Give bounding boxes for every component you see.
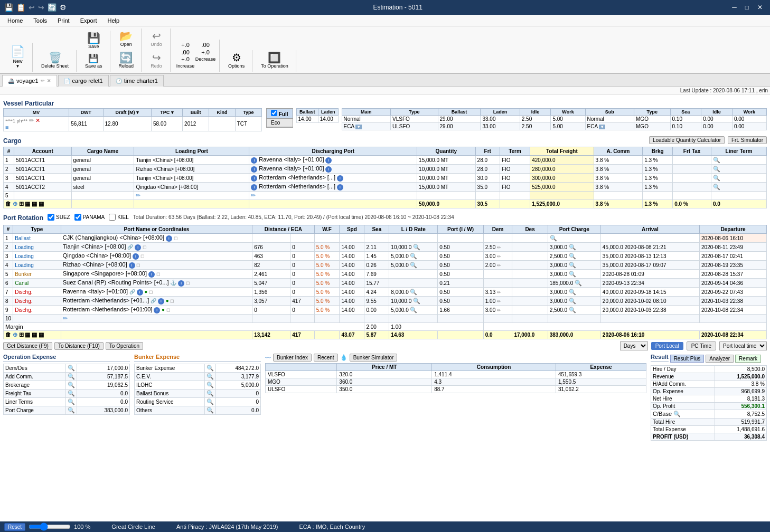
pr-copy-9[interactable]: ◻ xyxy=(166,307,170,312)
op-frttax-search[interactable]: 🔍 xyxy=(66,390,77,398)
pr-search-7[interactable]: 🔍 xyxy=(569,289,576,295)
pr-copy-5[interactable]: ◻ xyxy=(156,271,160,277)
cargo-delete-icon[interactable]: 🗑 xyxy=(5,201,11,207)
suez-checkbox[interactable] xyxy=(48,214,54,221)
pr-dem-edit-7[interactable]: ✏ xyxy=(497,290,501,295)
reset-btn[interactable]: Reset xyxy=(4,523,25,531)
cargo-info-1b[interactable]: i xyxy=(325,157,332,164)
analyzer-btn[interactable]: Analyzer xyxy=(706,355,734,363)
cargo-copy-icon[interactable]: ⊞ xyxy=(19,201,24,207)
bunker-ilohc-search[interactable]: 🔍 xyxy=(204,381,215,390)
delete-sheet-button[interactable]: 🗑️ Delete Sheet xyxy=(38,50,72,71)
bunker-sim-btn[interactable]: Bunker Simulator xyxy=(350,354,398,362)
tab-voyage1-close[interactable]: ✕ xyxy=(47,78,51,83)
pr-ldsearch-8[interactable]: 🔍 xyxy=(413,298,420,304)
cargo-info-2[interactable]: i xyxy=(251,166,257,173)
result-cbase-search[interactable]: 🔍 xyxy=(673,411,681,417)
tab-edit-icon[interactable]: ✏ xyxy=(41,78,45,83)
pc-time-btn[interactable]: PC Time xyxy=(687,341,716,350)
pr-search-3[interactable]: 🔍 xyxy=(569,253,576,259)
pr-link-7[interactable]: 🔗 xyxy=(129,289,135,294)
redo-button[interactable]: ↪ Redo xyxy=(147,50,166,71)
op-portcharge-search[interactable]: 🔍 xyxy=(66,406,77,415)
time-zone-select[interactable]: Port local time UTC xyxy=(719,341,767,350)
bunker-routing-search[interactable]: 🔍 xyxy=(204,398,215,406)
pr-add-icon[interactable]: ⊕ xyxy=(13,331,17,338)
pr-dem-edit-8[interactable]: ✏ xyxy=(497,299,501,304)
menu-home[interactable]: Home xyxy=(2,16,28,25)
pr-search-2[interactable]: 🔍 xyxy=(569,244,576,250)
pr-grid3-icon[interactable]: ▦ xyxy=(39,331,44,338)
pr-link-2[interactable]: 🔗 xyxy=(127,244,133,250)
kiel-checkbox[interactable] xyxy=(109,214,116,221)
vessel-edit-icon[interactable]: ✏ xyxy=(29,117,34,124)
vessel-list-icon[interactable]: ≡ xyxy=(5,124,8,130)
pr-link-8[interactable]: 🔗 xyxy=(151,298,156,303)
pr-copy-7[interactable]: ◻ xyxy=(149,289,153,294)
tab-time-charter1[interactable]: 🕐 time charter1 xyxy=(110,75,164,87)
cargo-info-2b[interactable]: i xyxy=(325,166,332,173)
pr-dem-edit-2[interactable]: ✏ xyxy=(497,245,501,250)
pr-info-7[interactable]: i xyxy=(137,289,143,296)
pr-search-6[interactable]: 🔍 xyxy=(575,280,582,286)
get-distance-btn[interactable]: Get Distance (F9) xyxy=(3,342,52,350)
bunker-others-search[interactable]: 🔍 xyxy=(204,406,215,415)
pr-copy-3[interactable]: ◻ xyxy=(140,253,144,259)
bunker-expense-search[interactable]: 🔍 xyxy=(204,364,215,373)
pr-info-6[interactable]: i xyxy=(178,280,184,287)
pr-info-8[interactable]: i xyxy=(158,298,164,305)
cargo-add-load-icon[interactable]: ✏ xyxy=(136,192,140,198)
op-addcomm-search[interactable]: 🔍 xyxy=(66,373,77,381)
pr-info-1[interactable]: i xyxy=(166,235,172,242)
cargo-add-disch-icon[interactable]: ✏ xyxy=(251,192,256,198)
pr-grid1-icon[interactable]: ▦ xyxy=(25,331,30,338)
increase-button[interactable]: +.0.00+.0 Increase xyxy=(176,40,195,71)
pr-dem-edit-4[interactable]: ✏ xyxy=(497,263,501,268)
pr-info-3[interactable]: i xyxy=(133,253,139,260)
port-local-btn[interactable]: Port Local xyxy=(651,342,683,350)
pr-search-9[interactable]: 🔍 xyxy=(569,307,576,313)
cargo-info-4b[interactable]: i xyxy=(337,184,343,191)
pr-copy-4[interactable]: ◻ xyxy=(136,262,140,268)
menu-export[interactable]: Export xyxy=(75,16,102,25)
pr-info-5[interactable]: i xyxy=(148,271,155,278)
pr-ldsearch-2[interactable]: 🔍 xyxy=(413,244,420,250)
maximize-btn[interactable]: □ xyxy=(742,3,752,12)
cargo-info-1[interactable]: i xyxy=(251,157,257,164)
cargo-search-2[interactable]: 🔍 xyxy=(713,166,720,172)
zoom-slider[interactable] xyxy=(29,522,71,531)
pr-info-9[interactable]: i xyxy=(154,307,160,314)
pr-copy-1[interactable]: ◻ xyxy=(174,235,177,241)
cargo-info-3b[interactable]: i xyxy=(337,175,343,182)
menu-tools[interactable]: Tools xyxy=(28,16,52,25)
pr-info-2[interactable]: i xyxy=(135,244,141,251)
pr-dem-edit-9[interactable]: ✏ xyxy=(497,308,501,313)
save-button[interactable]: 💾 Save xyxy=(84,31,104,51)
pr-copy-2[interactable]: ◻ xyxy=(143,244,146,250)
options-button[interactable]: ⚙ Options xyxy=(225,50,248,71)
pr-ldsearch-7[interactable]: 🔍 xyxy=(410,289,417,295)
pr-add-10[interactable]: ✏ xyxy=(63,315,68,321)
to-operation-button[interactable]: 🔲 To Operation xyxy=(258,50,292,71)
cargo-info-4[interactable]: i xyxy=(251,184,257,191)
bunker-cev-search[interactable]: 🔍 xyxy=(204,373,215,381)
pr-search-1[interactable]: 🔍 xyxy=(550,235,557,241)
pr-copy-6[interactable]: ◻ xyxy=(186,280,190,286)
pr-grid2-icon[interactable]: ▦ xyxy=(32,331,37,338)
vessel-del-icon[interactable]: ✕ xyxy=(35,117,40,124)
op-brokerage-search[interactable]: 🔍 xyxy=(66,381,77,390)
cargo-add-icon[interactable]: ⊕ xyxy=(13,201,17,207)
days-select[interactable]: Days Hours xyxy=(620,341,648,350)
cargo-grid1-icon[interactable]: ▦ xyxy=(25,201,30,207)
bunker-index-btn[interactable]: Bunker Index xyxy=(273,354,312,362)
cargo-search-1[interactable]: 🔍 xyxy=(713,157,720,163)
pr-search-4[interactable]: 🔍 xyxy=(569,262,576,268)
save-as-button[interactable]: 💾 Save as xyxy=(82,52,106,71)
cargo-grid2-icon[interactable]: ▦ xyxy=(32,201,37,207)
recent-btn[interactable]: Recent xyxy=(314,354,338,362)
port-to-operation-btn[interactable]: To Operation xyxy=(106,342,143,350)
op-linerterms-search[interactable]: 🔍 xyxy=(66,398,77,406)
tab-voyage1[interactable]: 🚢 voyage1 ✏ ✕ xyxy=(2,75,57,87)
pr-copy-8[interactable]: ◻ xyxy=(170,298,174,303)
to-distance-btn[interactable]: To Distance (F10) xyxy=(54,342,104,350)
